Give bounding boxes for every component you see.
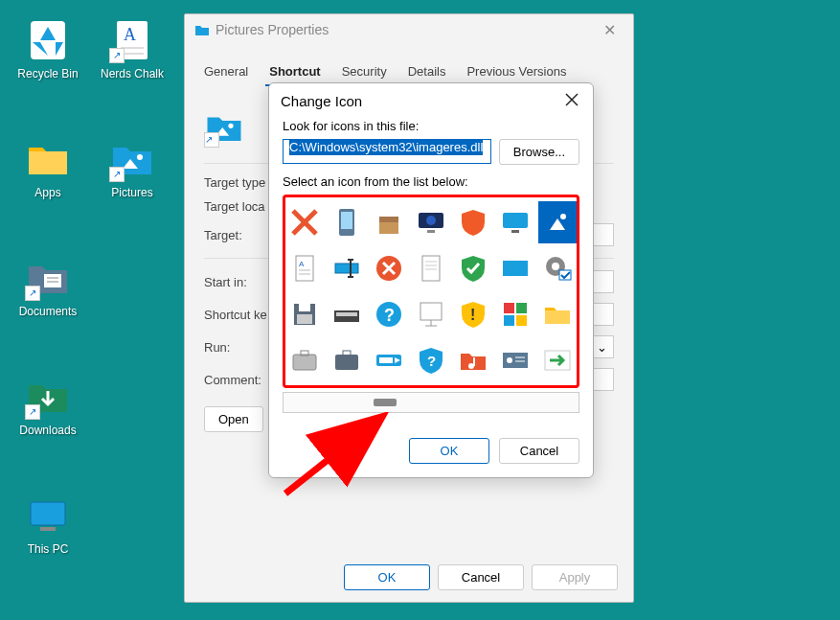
folder-icon [25, 136, 71, 182]
icon-music-folder[interactable] [454, 339, 492, 381]
change-icon-dialog: Change Icon Look for icons in this file:… [268, 82, 594, 478]
icon-display-night[interactable] [412, 201, 450, 243]
desktop-icon-label: Apps [10, 186, 86, 199]
icon-doc-text[interactable]: A [285, 247, 324, 289]
svg-rect-63 [504, 315, 514, 326]
svg-point-6 [137, 154, 143, 160]
desktop-icon-nerds-chalk[interactable]: A↗ Nerds Chalk [94, 17, 170, 80]
apply-button[interactable]: Apply [532, 564, 618, 590]
icon-scanner[interactable] [328, 293, 366, 335]
svg-rect-35 [335, 264, 358, 273]
scrollbar-thumb[interactable] [374, 399, 397, 406]
svg-rect-27 [511, 230, 519, 233]
svg-point-30 [560, 214, 566, 219]
icon-shield-check-green[interactable] [454, 247, 492, 289]
icon-projector-screen[interactable] [412, 293, 450, 335]
svg-rect-73 [473, 357, 475, 366]
svg-text:?: ? [384, 306, 395, 325]
svg-rect-64 [516, 315, 527, 326]
tab-general[interactable]: General [200, 58, 252, 86]
icon-path-input[interactable]: C:\Windows\system32\imageres.dll [283, 139, 491, 164]
icon-rect-blue[interactable] [496, 247, 534, 289]
svg-rect-67 [335, 355, 358, 370]
icon-pda[interactable] [328, 201, 366, 243]
icon-arrow-right-green[interactable] [538, 339, 577, 381]
desktop-icon-label: Documents [10, 305, 86, 318]
desktop-icon-label: Pictures [94, 186, 170, 199]
desktop-icon-downloads[interactable]: ↗ Downloads [10, 374, 86, 437]
icon-shield-help-blue[interactable]: ? [412, 339, 450, 381]
icon-briefcase-light[interactable] [285, 339, 324, 381]
this-pc-icon [25, 493, 71, 539]
svg-rect-70 [379, 357, 393, 363]
select-icon-label: Select an icon from the list below: [283, 174, 579, 189]
svg-rect-25 [427, 230, 435, 233]
icon-error-circle[interactable] [370, 247, 408, 289]
icon-contact-card[interactable] [496, 339, 534, 381]
cancel-button[interactable]: Cancel [499, 438, 579, 464]
chevron-down-icon: ⌄ [597, 340, 607, 355]
icon-floppy[interactable] [285, 293, 324, 335]
icon-help-circle[interactable]: ? [370, 293, 408, 335]
window-title: Pictures Properties [216, 22, 595, 37]
svg-rect-57 [420, 303, 442, 320]
desktop-icon-label: Nerds Chalk [94, 67, 170, 80]
shortcut-arrow-icon: ↗ [25, 286, 40, 301]
svg-point-75 [507, 357, 512, 363]
icon-folder[interactable] [538, 293, 577, 335]
icon-rename[interactable] [328, 247, 366, 289]
browse-button[interactable]: Browse... [499, 139, 579, 165]
shortcut-arrow-icon: ↗ [109, 167, 125, 182]
icon-shield-warn-yellow[interactable]: ! [454, 293, 492, 335]
icon-gear-check[interactable] [538, 247, 577, 289]
svg-rect-54 [336, 312, 357, 316]
desktop-icon-label: Downloads [10, 424, 86, 437]
svg-text:A: A [124, 25, 136, 44]
desktop-icon-recycle-bin[interactable]: Recycle Bin [10, 17, 86, 80]
svg-text:A: A [299, 260, 305, 268]
icon-box[interactable] [370, 201, 408, 243]
icon-run-dialog[interactable] [370, 339, 408, 381]
svg-rect-65 [293, 355, 316, 370]
ok-button[interactable]: OK [344, 564, 430, 590]
svg-rect-74 [503, 353, 528, 368]
icon-list-highlight: A ? ! ? [283, 195, 579, 388]
icon-red-x[interactable] [285, 201, 324, 243]
svg-rect-51 [299, 304, 310, 311]
shortcut-arrow-icon: ↗ [204, 132, 219, 148]
svg-rect-61 [504, 303, 514, 313]
desktop-icon-apps[interactable]: Apps [10, 136, 86, 199]
recycle-bin-icon [25, 17, 71, 63]
dialog-title: Change Icon [281, 93, 562, 109]
desktop-icon-pictures[interactable]: ↗ Pictures [94, 136, 170, 199]
icon-photo[interactable] [538, 201, 577, 243]
cancel-button[interactable]: Cancel [438, 564, 524, 590]
icon-doc-blank[interactable] [412, 247, 450, 289]
open-file-location-button[interactable]: Open [204, 406, 263, 432]
close-button[interactable] [562, 93, 581, 109]
svg-rect-62 [516, 303, 527, 313]
svg-point-48 [552, 263, 559, 270]
close-icon [565, 93, 579, 106]
icon-briefcase-dark[interactable] [328, 339, 366, 381]
desktop-icon-documents[interactable]: ↗ Documents [10, 255, 86, 318]
svg-rect-7 [44, 274, 61, 287]
look-for-icons-label: Look for icons in this file: [283, 119, 579, 133]
svg-text:?: ? [427, 353, 436, 369]
svg-rect-10 [31, 502, 65, 525]
icon-color-blocks[interactable] [496, 293, 534, 335]
icon-scrollbar[interactable] [283, 392, 579, 413]
svg-rect-22 [379, 217, 398, 222]
shortcut-arrow-icon: ↗ [25, 404, 40, 420]
desktop-icon-this-pc[interactable]: This PC [10, 493, 86, 556]
window-icon [194, 22, 210, 37]
titlebar[interactable]: Pictures Properties ✕ [185, 14, 633, 45]
ok-button[interactable]: OK [409, 438, 489, 464]
svg-point-14 [228, 124, 233, 128]
dialog-titlebar[interactable]: Change Icon [269, 83, 593, 119]
icon-monitor-blue[interactable] [496, 201, 534, 243]
close-button[interactable]: ✕ [595, 21, 624, 39]
svg-point-24 [426, 216, 436, 225]
icon-shield-orange[interactable] [454, 201, 492, 243]
svg-rect-42 [422, 256, 440, 281]
